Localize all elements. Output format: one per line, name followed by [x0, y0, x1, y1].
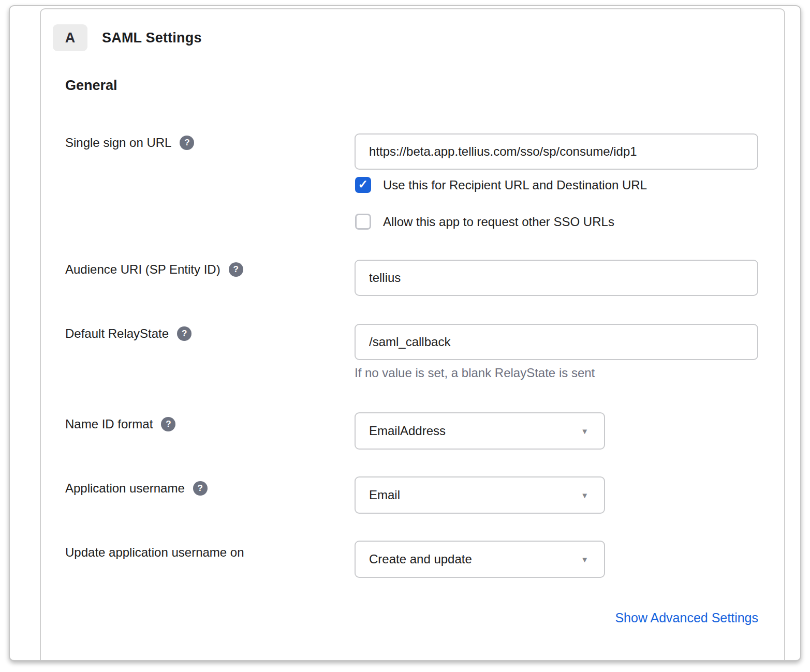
other-sso-urls-checkbox-row[interactable]: ✓ Allow this app to request other SSO UR… [355, 214, 614, 230]
audience-uri-label-row: Audience URI (SP Entity ID) ? [65, 262, 243, 277]
update-application-username-label-row: Update application username on [65, 545, 244, 560]
application-username-select[interactable]: Email ▼ [355, 476, 605, 514]
name-id-format-label-row: Name ID format ? [65, 417, 175, 431]
name-id-format-select[interactable]: EmailAddress ▼ [355, 412, 605, 450]
other-sso-urls-checkbox-label: Allow this app to request other SSO URLs [383, 215, 614, 229]
step-letter: A [65, 30, 76, 46]
saml-settings-card: A SAML Settings General Single sign on U… [40, 8, 785, 661]
single-sign-on-url-label: Single sign on URL [65, 136, 171, 150]
default-relaystate-hint: If no value is set, a blank RelayState i… [355, 366, 595, 380]
show-advanced-settings-link[interactable]: Show Advanced Settings [615, 610, 758, 625]
single-sign-on-url-input[interactable] [355, 133, 758, 170]
section-heading-general: General [65, 78, 117, 94]
application-username-label: Application username [65, 481, 185, 496]
step-letter-badge: A [53, 24, 87, 51]
help-icon[interactable]: ? [229, 262, 243, 277]
other-sso-urls-checkbox[interactable]: ✓ [355, 214, 371, 230]
question-mark-glyph: ? [233, 264, 238, 275]
help-icon[interactable]: ? [161, 417, 175, 431]
application-username-label-row: Application username ? [65, 481, 208, 496]
audience-uri-input[interactable] [355, 260, 758, 296]
single-sign-on-url-label-row: Single sign on URL ? [65, 136, 194, 150]
default-relaystate-label: Default RelayState [65, 326, 169, 341]
panel-title: SAML Settings [102, 24, 202, 51]
update-application-username-value: Create and update [369, 552, 581, 566]
help-icon[interactable]: ? [193, 481, 208, 496]
chevron-down-icon: ▼ [581, 427, 588, 436]
recipient-url-checkbox-row[interactable]: ✓ Use this for Recipient URL and Destina… [355, 177, 647, 193]
question-mark-glyph: ? [182, 328, 187, 339]
chevron-down-icon: ▼ [581, 555, 588, 564]
recipient-url-checkbox-label: Use this for Recipient URL and Destinati… [383, 178, 647, 192]
update-application-username-label: Update application username on [65, 545, 244, 560]
help-icon[interactable]: ? [180, 136, 194, 150]
question-mark-glyph: ? [166, 419, 171, 429]
chevron-down-icon: ▼ [581, 491, 588, 500]
update-application-username-select[interactable]: Create and update ▼ [355, 541, 605, 578]
default-relaystate-input[interactable] [355, 324, 758, 360]
default-relaystate-label-row: Default RelayState ? [65, 326, 192, 341]
application-username-value: Email [369, 488, 581, 502]
audience-uri-label: Audience URI (SP Entity ID) [65, 262, 220, 277]
checkmark-icon: ✓ [358, 178, 368, 190]
question-mark-glyph: ? [184, 138, 189, 148]
help-icon[interactable]: ? [177, 326, 192, 341]
recipient-url-checkbox[interactable]: ✓ [355, 177, 371, 193]
saml-settings-panel: A SAML Settings General Single sign on U… [9, 5, 801, 661]
question-mark-glyph: ? [198, 483, 203, 494]
name-id-format-label: Name ID format [65, 417, 153, 431]
name-id-format-value: EmailAddress [369, 424, 581, 438]
